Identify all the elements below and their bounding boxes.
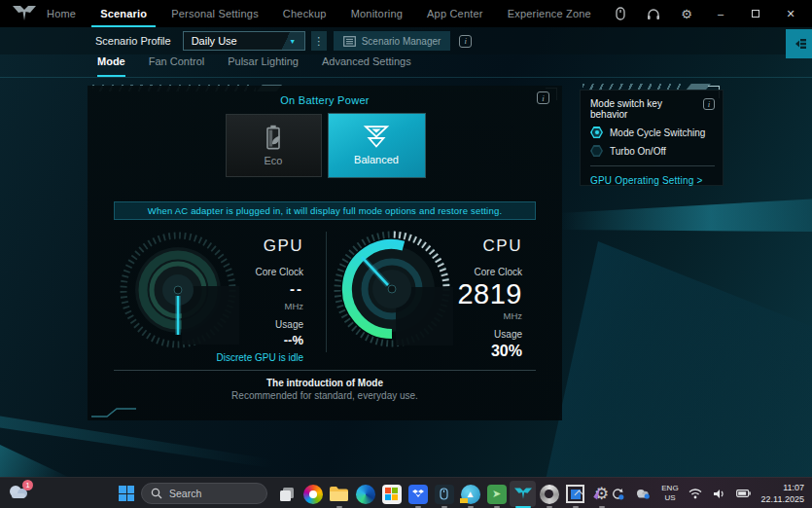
mode-card-balanced[interactable]: Balanced — [329, 114, 425, 177]
time: 11:07 — [761, 482, 804, 493]
gpu-usage-value: --% — [284, 333, 303, 347]
predator-logo-icon — [12, 5, 37, 22]
radio-mode-cycle-switching[interactable]: Mode Cycle Switching — [590, 127, 715, 138]
power-state-title: On Battery Power — [88, 94, 562, 106]
gpu-usage-label: Usage — [275, 319, 303, 330]
predator-sense-app-icon[interactable] — [510, 481, 536, 507]
dropbox-app-icon[interactable] — [405, 481, 431, 507]
gpu-core-clock-value: -- — [290, 280, 303, 297]
intro-divider — [114, 370, 536, 371]
gpu-idle-status: Discrete GPU is idle — [217, 352, 303, 363]
radio-label: Turbo On/Off — [610, 146, 666, 157]
radio-turbo-on-off[interactable]: Turbo On/Off — [590, 145, 715, 157]
date: 22.11.2025 — [761, 493, 804, 505]
tab-mode[interactable]: Mode — [97, 55, 125, 77]
gpu-operating-setting-link[interactable]: GPU Operating Setting > — [590, 175, 715, 186]
hidden-icons-chevron[interactable] — [576, 489, 583, 498]
mode-switch-title: Mode switch key behavior — [590, 98, 699, 120]
nav-item-experience-zone[interactable]: Experience Zone — [507, 0, 592, 27]
system-tray: ENG US 11:07 22.11.2025 — [576, 478, 812, 508]
profile-more-menu-button[interactable]: ⋮ — [311, 31, 327, 51]
file-explorer-icon[interactable] — [326, 481, 352, 507]
widgets-weather-icon[interactable]: 1 — [8, 483, 31, 504]
mode-switch-panel: Mode switch key behavior i Mode Cycle Sw… — [580, 90, 724, 186]
search-icon — [151, 488, 162, 499]
taskbar-apps: ▲ ➤ ⚙ — [273, 481, 615, 507]
mouse-icon[interactable] — [610, 5, 631, 22]
windows-taskbar: 1 Search — [0, 477, 812, 508]
scenario-profile-bar: Scenario Profile Daily Use ▼ ⋮ Scenario … — [0, 27, 812, 54]
radio-unselected-icon — [590, 145, 603, 157]
headset-icon[interactable] — [643, 5, 664, 22]
side-panel-divider — [590, 165, 715, 166]
profile-info-icon[interactable]: i — [459, 35, 472, 48]
scenario-profile-dropdown[interactable]: Daily Use ▼ — [183, 31, 305, 51]
ac-adapter-notice: When AC adapter is plugged in, it will d… — [114, 201, 536, 220]
start-button[interactable] — [119, 486, 134, 501]
eco-card-label: Eco — [265, 155, 283, 166]
nav-item-personal-settings[interactable]: Personal Settings — [170, 0, 260, 27]
cpu-stats: CPU Core Clock 2819 MHz Usage 30% — [418, 236, 522, 362]
predator-sense-window: Home Scenario Personal Settings Checkup … — [0, 0, 812, 508]
sync-tray-icon[interactable] — [611, 488, 624, 500]
radio-label: Mode Cycle Switching — [610, 127, 705, 138]
balanced-card-label: Balanced — [354, 154, 399, 165]
titlebar-icons: ⚙ – ✕ — [610, 5, 802, 22]
update-tool-app-icon[interactable]: ▲ — [457, 481, 483, 507]
cpu-core-clock-label: Core Clock — [475, 267, 522, 277]
language-switcher[interactable]: ENG US — [661, 484, 678, 502]
cpu-usage-label: Usage — [494, 329, 522, 340]
taskbar-clock[interactable]: 11:07 22.11.2025 — [761, 482, 804, 505]
sidebar-toggle-button[interactable] — [786, 29, 812, 58]
tab-advanced-settings[interactable]: Advanced Settings — [322, 55, 411, 77]
speaker-icon[interactable] — [713, 489, 725, 499]
nav-item-home[interactable]: Home — [46, 0, 77, 27]
notification-badge: 1 — [22, 480, 33, 490]
scenario-profile-label: Scenario Profile — [95, 35, 171, 47]
pen-feather-tray-icon[interactable] — [593, 488, 600, 500]
scenario-manager-label: Scenario Manager — [362, 36, 441, 47]
eco-battery-leaf-icon — [262, 125, 285, 150]
cpu-title: CPU — [483, 236, 522, 256]
settings-gear-icon[interactable]: ⚙ — [676, 5, 697, 22]
battery-icon[interactable] — [736, 490, 751, 497]
cpu-core-clock-value: 2819 — [457, 280, 522, 308]
ribbon-3d-app-icon[interactable] — [536, 481, 562, 507]
mode-card-eco[interactable]: Eco — [226, 114, 322, 177]
close-button[interactable]: ✕ — [779, 5, 802, 22]
mode-info-icon[interactable]: i — [537, 91, 549, 104]
microsoft-store-icon[interactable] — [378, 481, 405, 507]
nav-item-app-center[interactable]: App Center — [426, 0, 484, 27]
radio-selected-icon — [590, 127, 603, 138]
tab-pulsar-lighting[interactable]: Pulsar Lighting — [228, 55, 299, 77]
cloud-tray-icon[interactable] — [635, 488, 651, 499]
list-icon — [343, 36, 356, 47]
task-view-button[interactable] — [273, 481, 300, 507]
green-console-app-icon[interactable]: ➤ — [483, 481, 510, 507]
mode-cards: Eco Balanced — [88, 114, 562, 177]
nav-item-scenario[interactable]: Scenario — [99, 0, 148, 27]
wifi-icon[interactable] — [688, 489, 702, 499]
search-box[interactable]: Search — [141, 483, 267, 504]
mode-switch-info-icon[interactable]: i — [703, 98, 715, 110]
tabs-divider — [0, 77, 812, 78]
mode-panel: On Battery Power i Eco Balanced — [88, 86, 562, 420]
gpu-title: GPU — [264, 236, 303, 256]
panel-corner-decoration — [91, 406, 138, 417]
mouse-utility-app-icon[interactable] — [431, 481, 457, 507]
gpu-unit: MHz — [284, 301, 303, 311]
mode-intro-subtitle: Recommended for standard, everyday use. — [88, 390, 562, 401]
maximize-button[interactable] — [744, 5, 767, 22]
minimize-button[interactable]: – — [709, 5, 732, 22]
nav-item-monitoring[interactable]: Monitoring — [350, 0, 404, 27]
edge-browser-icon[interactable] — [352, 481, 378, 507]
tab-fan-control[interactable]: Fan Control — [149, 55, 204, 77]
photos-app-icon[interactable] — [300, 481, 326, 507]
search-label: Search — [169, 488, 201, 499]
gpu-core-clock-label: Core Clock — [256, 267, 303, 277]
cpu-unit: MHz — [503, 310, 522, 321]
nav-item-checkup[interactable]: Checkup — [282, 0, 328, 27]
gauge-divider — [326, 232, 327, 352]
scenario-manager-button[interactable]: Scenario Manager — [334, 31, 451, 51]
dropdown-value: Daily Use — [192, 35, 237, 47]
